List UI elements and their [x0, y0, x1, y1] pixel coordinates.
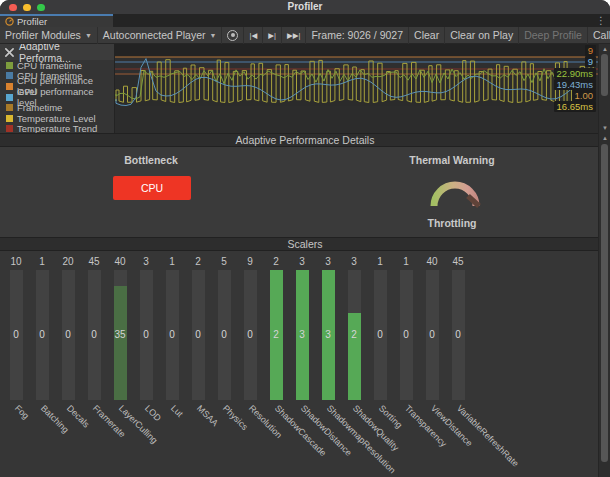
scaler-max-level: 1 [393, 256, 419, 267]
scaler-column-Sorting: 10Sorting [367, 251, 393, 477]
scaler-column-Framerate: 450Framerate [81, 251, 107, 477]
next-frame-button[interactable]: ▶| [263, 27, 282, 44]
thermal-gauge-icon [425, 171, 485, 213]
scaler-current-level: 0 [159, 329, 185, 340]
scaler-column-Batching: 10Batching [29, 251, 55, 477]
window-title: Profiler [0, 0, 610, 14]
legend-swatch-icon [6, 83, 13, 90]
current-frame-button[interactable]: ▶▶| [282, 27, 306, 44]
details-panel: Bottleneck CPU Thermal Warning Throttlin… [0, 147, 610, 237]
scaler-max-level: 5 [211, 256, 237, 267]
scaler-column-Fog: 100Fog [3, 251, 29, 477]
profiler-modules-dropdown[interactable]: Profiler Modules ▼ [0, 27, 98, 44]
module-panel: Adaptive Performa... CPU frametimeGPU fr… [0, 44, 115, 133]
scaler-column-Transparency: 10Transparency [393, 251, 419, 477]
scroll-up-icon[interactable]: ▲ [599, 46, 610, 52]
legend-swatch-icon [6, 104, 13, 111]
scaler-max-level: 2 [263, 256, 289, 267]
frame-counter: Frame: 9026 / 9027 [306, 27, 409, 44]
module-scrollbar[interactable]: ▲ ▼ [598, 44, 610, 133]
scaler-current-level: 0 [29, 329, 55, 340]
profiler-modules-label: Profiler Modules [5, 29, 81, 41]
legend-swatch-icon [6, 115, 13, 122]
title-bar: Profiler [0, 0, 610, 14]
scalers-section-header: Scalers [0, 237, 610, 251]
module-header-adaptive-performance[interactable]: Adaptive Performa... [0, 44, 114, 60]
legend-swatch-icon [6, 62, 13, 69]
scaler-current-level: 0 [211, 329, 237, 340]
scaler-max-level: 3 [133, 256, 159, 267]
scaler-column-VariableRefreshRate: 450VariableRefreshRate [445, 251, 471, 477]
legend-swatch-icon [6, 125, 13, 132]
scaler-max-level: 1 [367, 256, 393, 267]
clear-button[interactable]: Clear [409, 27, 445, 44]
chart-value-badge: 19.43ms [554, 79, 596, 90]
scaler-current-level: 0 [3, 329, 29, 340]
thermal-status-label: Throttling [392, 217, 512, 229]
scaler-column-LayerCulling: 4035LayerCulling [107, 251, 133, 477]
scaler-current-level: 35 [107, 329, 133, 340]
scaler-current-level: 0 [237, 329, 263, 340]
scaler-current-level: 0 [393, 329, 419, 340]
bottleneck-status-badge: CPU [113, 176, 191, 200]
scaler-max-level: 45 [445, 256, 471, 267]
prev-frame-icon: |◀ [249, 31, 257, 40]
scaler-current-level: 0 [367, 329, 393, 340]
record-icon [227, 30, 238, 41]
chevron-down-icon: ▼ [210, 32, 217, 39]
scrollbar-thumb[interactable] [601, 54, 608, 96]
frametime-chart[interactable]: 9922.90ms19.43ms1.0016.65ms [115, 44, 598, 133]
scaler-current-level: 3 [315, 329, 341, 340]
legend-swatch-icon [6, 72, 13, 79]
record-button[interactable] [222, 27, 244, 44]
scalers-panel: 100Fog10Batching200Decals450Framerate403… [0, 251, 598, 477]
scroll-down-icon[interactable]: ▼ [599, 125, 610, 131]
prev-frame-button[interactable]: |◀ [244, 27, 263, 44]
scaler-max-level: 3 [341, 256, 367, 267]
scaler-column-Decals: 200Decals [55, 251, 81, 477]
scaler-fill [114, 286, 127, 400]
tab-menu-icon[interactable]: ⋮ [596, 14, 606, 27]
scaler-max-level: 9 [237, 256, 263, 267]
legend-label: CPU frametime [17, 60, 82, 71]
legend: CPU frametimeGPU frametimeCPU performanc… [0, 60, 114, 133]
scaler-column-LOD: 30LOD [133, 251, 159, 477]
scaler-column-Lut: 10Lut [159, 251, 185, 477]
call-stacks-dropdown[interactable]: Call Stacks ▼ [588, 27, 610, 44]
scaler-current-level: 0 [55, 329, 81, 340]
scaler-column-MSAA: 20MSAA [185, 251, 211, 477]
scaler-current-level: 0 [419, 329, 445, 340]
chart-value-badge: 9 [585, 56, 596, 67]
scroll-up-icon[interactable]: ▲ [599, 135, 610, 141]
legend-item[interactable]: Temperature Level [0, 113, 114, 124]
legend-item[interactable]: Temperature Trend [0, 124, 114, 133]
scaler-column-ViewDistance: 400ViewDistance [419, 251, 445, 477]
legend-item[interactable]: GPU performance level [0, 92, 114, 103]
legend-label: Frametime [17, 102, 62, 113]
scrollbar-thumb[interactable] [601, 144, 608, 462]
scaler-max-level: 10 [3, 256, 29, 267]
tab-profiler[interactable]: Profiler [0, 14, 113, 27]
profiler-gauge-icon [5, 17, 14, 26]
scaler-column-Physics: 50Physics [211, 251, 237, 477]
thermal-warning-label: Thermal Warning [392, 154, 512, 166]
clear-on-play-button[interactable]: Clear on Play [445, 27, 519, 44]
scaler-max-level: 20 [55, 256, 81, 267]
chevron-down-icon: ▼ [85, 32, 92, 39]
deep-profile-button[interactable]: Deep Profile [519, 27, 588, 44]
scaler-column-ShadowCascade: 22ShadowCascade [263, 251, 289, 477]
legend-label: Temperature Level [17, 113, 96, 124]
target-player-dropdown[interactable]: Autoconnected Player ▼ [98, 27, 223, 44]
legend-label: Temperature Trend [17, 123, 97, 133]
main-scrollbar[interactable]: ▲ [598, 133, 610, 477]
scaler-max-level: 1 [159, 256, 185, 267]
scaler-max-level: 3 [289, 256, 315, 267]
profiler-window: Profiler Profiler ⋮ Profiler Modules ▼ A… [0, 0, 610, 477]
current-frame-icon: ▶▶| [287, 31, 300, 40]
scaler-name: VariableRefreshRate [455, 403, 521, 469]
legend-swatch-icon [6, 94, 13, 101]
tab-bar: Profiler ⋮ [0, 14, 610, 27]
scaler-column-Resolution: 90Resolution [237, 251, 263, 477]
target-player-label: Autoconnected Player [103, 29, 206, 41]
scaler-current-level: 2 [341, 329, 367, 340]
